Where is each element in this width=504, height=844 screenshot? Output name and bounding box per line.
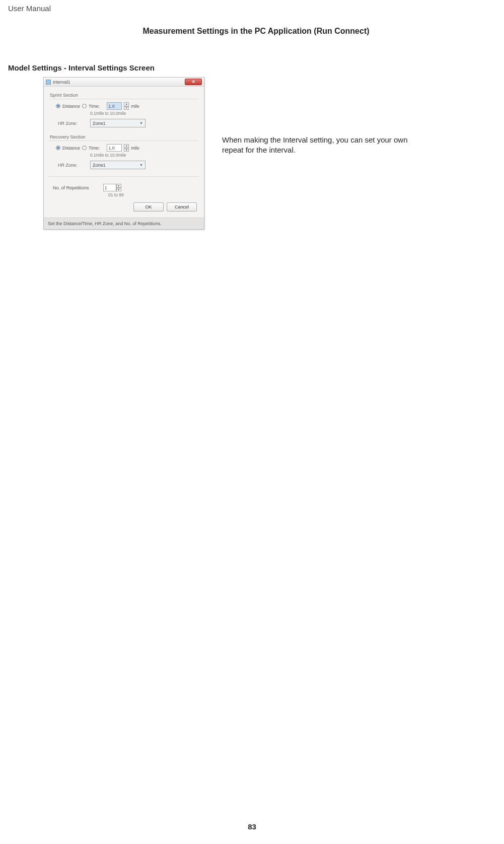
- sprint-time-radio[interactable]: [82, 104, 87, 108]
- sprint-range-hint: 0.1mile to 10.0mile: [90, 111, 199, 116]
- description-line: repeat for the interval.: [222, 145, 504, 155]
- recovery-value-input[interactable]: 1.0: [107, 144, 122, 152]
- description-text: When making the Interval setting, you ca…: [222, 77, 504, 156]
- reps-input[interactable]: 1: [103, 184, 116, 191]
- sprint-time-label: Time:: [89, 104, 100, 109]
- doc-type-label: User Manual: [8, 4, 504, 13]
- sprint-value-stepper[interactable]: ▲▼: [124, 102, 129, 110]
- recovery-range-hint: 0.1mile to 10.0mile: [90, 153, 199, 158]
- sub-section-title: Model Settings - Interval Settings Scree…: [8, 63, 504, 72]
- app-icon: [46, 80, 51, 85]
- chevron-down-icon: ▼: [139, 121, 143, 125]
- recovery-value-stepper[interactable]: ▲▼: [124, 144, 129, 152]
- recovery-hr-label: HR Zone:: [58, 163, 81, 168]
- sprint-distance-radio[interactable]: [56, 104, 60, 108]
- recovery-hr-dropdown[interactable]: Zone1 ▼: [90, 161, 146, 169]
- divider: [49, 99, 199, 99]
- cancel-button[interactable]: Cancel: [167, 202, 197, 212]
- recovery-group-label: Recovery Section: [50, 134, 199, 139]
- divider: [49, 176, 199, 177]
- recovery-time-label: Time:: [89, 146, 100, 151]
- reps-stepper[interactable]: ▲▼: [116, 184, 121, 191]
- recovery-time-radio[interactable]: [82, 146, 87, 150]
- description-line: When making the Interval setting, you ca…: [222, 135, 504, 145]
- interval-settings-dialog: Interval1 ✕ Sprint Section Distance Time…: [43, 77, 204, 230]
- recovery-unit-label: mile: [131, 146, 139, 151]
- reps-label: No. of Repetitions: [53, 185, 89, 190]
- divider: [49, 140, 199, 141]
- recovery-distance-radio[interactable]: [56, 146, 60, 150]
- dialog-footer-hint: Set the Distance/Time, HR Zone, and No. …: [44, 218, 204, 229]
- sprint-value-input[interactable]: 1.0: [107, 102, 122, 110]
- sprint-group-label: Sprint Section: [50, 93, 199, 98]
- sprint-hr-dropdown[interactable]: Zone1 ▼: [90, 119, 146, 127]
- recovery-distance-label: Distance: [62, 146, 80, 151]
- sprint-unit-label: mile: [131, 104, 139, 109]
- sprint-hr-label: HR Zone:: [58, 121, 81, 126]
- reps-range-hint: 01 to 99: [108, 192, 199, 197]
- recovery-hr-value: Zone1: [93, 163, 106, 168]
- chevron-down-icon: ▼: [139, 163, 143, 167]
- close-icon[interactable]: ✕: [185, 79, 202, 85]
- sprint-distance-label: Distance: [62, 104, 80, 109]
- section-title: Measurement Settings in the PC Applicati…: [8, 27, 504, 36]
- ok-button[interactable]: OK: [133, 202, 164, 212]
- dialog-titlebar: Interval1 ✕: [44, 78, 204, 87]
- dialog-title: Interval1: [53, 80, 70, 85]
- page-number: 83: [0, 822, 504, 831]
- sprint-hr-value: Zone1: [93, 121, 106, 126]
